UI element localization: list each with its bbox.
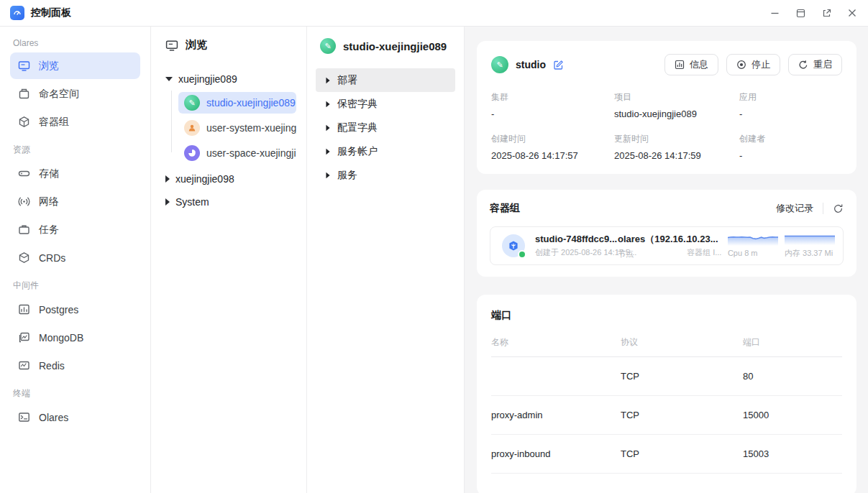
field-label: 项目 bbox=[614, 91, 739, 103]
pods-card: 容器组 修改记录 studio-748ffdcc9... 创建于 2025-08… bbox=[477, 190, 856, 277]
maximize-icon[interactable] bbox=[795, 7, 806, 19]
sidebar-item-label: CRDs bbox=[39, 252, 65, 264]
stop-button[interactable]: 停止 bbox=[726, 54, 780, 75]
port-name: proxy-inbound bbox=[491, 435, 621, 473]
port-name bbox=[491, 357, 621, 395]
restart-icon bbox=[798, 60, 808, 70]
tree-leaf-label: user-space-xuejingji... bbox=[206, 147, 296, 159]
jobs-icon bbox=[17, 224, 30, 236]
pod-ip: 10.23... bbox=[687, 234, 718, 244]
ports-card-title: 端口 bbox=[491, 309, 511, 322]
resource-item-label: 服务 bbox=[337, 169, 357, 182]
pod-name: studio-748ffdcc9... bbox=[535, 234, 608, 244]
studio-avatar: ✎ bbox=[491, 56, 508, 73]
chevron-right-icon bbox=[326, 124, 329, 131]
field-value: - bbox=[739, 109, 842, 119]
restart-button[interactable]: 重启 bbox=[788, 54, 842, 75]
browse-icon bbox=[165, 39, 178, 52]
pods-card-title: 容器组 bbox=[490, 202, 520, 215]
sidebar-item-redis[interactable]: Redis bbox=[10, 352, 140, 379]
user-space-avatar bbox=[184, 145, 200, 161]
field-creator: 创建者 - bbox=[739, 133, 842, 161]
studio-avatar: ✎ bbox=[320, 38, 336, 54]
browse-panel: 浏览 xuejingjie089 ✎ studio-xuejingjie089 … bbox=[151, 27, 307, 493]
sidebar-item-label: Postgres bbox=[39, 304, 78, 315]
sidebar-item-label: Olares bbox=[39, 412, 68, 423]
sidebar-item-namespace[interactable]: 命名空间 bbox=[10, 80, 140, 107]
tree-leaf-user-system[interactable]: user-system-xuejingj... bbox=[178, 117, 296, 139]
ports-table: 名称 协议 端口 TCP 80 proxy-admin TCP 15000 pr… bbox=[491, 332, 842, 474]
resource-item-configmaps[interactable]: 配置字典 bbox=[316, 116, 455, 139]
sidebar-item-mongodb[interactable]: MongoDB bbox=[10, 324, 140, 351]
edit-icon[interactable] bbox=[553, 60, 564, 70]
pod-node: olares（192.16... bbox=[618, 233, 677, 246]
pod-row[interactable]: studio-748ffdcc9... 创建于 2025-08-26 14:17… bbox=[490, 226, 844, 265]
restart-button-label: 重启 bbox=[813, 58, 832, 71]
user-system-avatar bbox=[184, 120, 200, 136]
resource-item-label: 保密字典 bbox=[337, 98, 378, 111]
pod-cpu-label: Cpu 8 m bbox=[728, 249, 775, 257]
tree-node-xuejingjie089[interactable]: xuejingjie089 bbox=[161, 68, 296, 91]
open-in-new-icon[interactable] bbox=[821, 7, 832, 19]
tree-leaf-studio[interactable]: ✎ studio-xuejingjie089 bbox=[178, 92, 296, 114]
resource-panel-title: studio-xuejingjie089 bbox=[343, 40, 447, 52]
field-label: 应用 bbox=[739, 91, 842, 103]
field-value: studio-xuejingjie089 bbox=[614, 109, 739, 119]
field-cluster: 集群 - bbox=[491, 91, 614, 119]
app-title: 控制面板 bbox=[31, 6, 71, 19]
crd-icon bbox=[17, 252, 30, 264]
field-app: 应用 - bbox=[739, 91, 842, 119]
app-logo-icon bbox=[10, 6, 24, 20]
resource-item-label: 服务帐户 bbox=[337, 145, 378, 158]
resource-item-secrets[interactable]: 保密字典 bbox=[316, 92, 455, 116]
table-row: TCP 80 bbox=[491, 357, 842, 396]
tree-leaf-user-space[interactable]: user-space-xuejingji... bbox=[178, 142, 296, 164]
field-value: 2025-08-26 14:17:59 bbox=[614, 150, 739, 161]
refresh-icon[interactable] bbox=[833, 203, 844, 214]
port-name: proxy-admin bbox=[491, 396, 621, 434]
memory-sparkline-chart bbox=[785, 234, 835, 245]
deployment-info-card: ✎ studio 信息 停止 重启 bbox=[477, 41, 856, 174]
minimize-icon[interactable] bbox=[769, 7, 780, 19]
resource-item-serviceaccounts[interactable]: 服务帐户 bbox=[316, 139, 455, 163]
tree-node-label: System bbox=[175, 196, 209, 208]
main-content: ✎ studio 信息 停止 重启 bbox=[465, 27, 868, 493]
sidebar-item-storage[interactable]: 存储 bbox=[10, 160, 140, 187]
chevron-right-icon bbox=[326, 172, 329, 178]
column-header-port: 端口 bbox=[743, 332, 842, 356]
ports-table-header: 名称 协议 端口 bbox=[491, 332, 842, 357]
ports-card: 端口 名称 协议 端口 TCP 80 proxy-admin TCP 15000 bbox=[477, 295, 856, 493]
sidebar-item-label: 浏览 bbox=[39, 60, 59, 73]
sidebar-item-pods[interactable]: 容器组 bbox=[10, 109, 140, 135]
resource-panel-header: ✎ studio-xuejingjie089 bbox=[316, 35, 455, 55]
sidebar-item-crds[interactable]: CRDs bbox=[10, 244, 140, 271]
chevron-right-icon bbox=[326, 148, 329, 155]
tree-node-system[interactable]: System bbox=[161, 190, 296, 213]
resource-item-services[interactable]: 服务 bbox=[316, 163, 455, 187]
sidebar-item-label: Redis bbox=[39, 360, 65, 372]
sidebar-item-jobs[interactable]: 任务 bbox=[10, 216, 140, 243]
port-number: 80 bbox=[743, 357, 842, 395]
sidebar-section-terminal: 终端 bbox=[13, 387, 137, 400]
resource-panel: ✎ studio-xuejingjie089 部署 保密字典 配置字典 服务帐户 bbox=[307, 27, 465, 493]
pod-status-dot bbox=[518, 250, 526, 259]
close-icon[interactable] bbox=[846, 7, 858, 19]
sidebar-item-label: 任务 bbox=[39, 224, 59, 236]
sidebar-item-browse[interactable]: 浏览 bbox=[10, 52, 140, 79]
sidebar-item-olares-terminal[interactable]: Olares bbox=[10, 404, 140, 430]
sidebar-item-postgres[interactable]: Postgres bbox=[10, 296, 140, 323]
revision-history-link[interactable]: 修改记录 bbox=[776, 202, 813, 215]
chevron-down-icon bbox=[165, 77, 173, 81]
sidebar-item-label: 存储 bbox=[39, 167, 59, 180]
resource-item-deployments[interactable]: 部署 bbox=[316, 68, 455, 92]
chevron-right-icon bbox=[326, 77, 329, 83]
tree-node-xuejingjie098[interactable]: xuejingjie098 bbox=[161, 167, 296, 190]
sidebar-item-network[interactable]: 网络 bbox=[10, 188, 140, 215]
sidebar-section-resources: 资源 bbox=[13, 144, 137, 156]
field-label: 创建时间 bbox=[491, 133, 614, 145]
info-button[interactable]: 信息 bbox=[664, 54, 718, 75]
sidebar-item-label: 容器组 bbox=[39, 116, 69, 129]
sidebar-item-label: 命名空间 bbox=[39, 88, 79, 101]
pod-node-col: olares（192.16... 节点 bbox=[618, 233, 677, 259]
namespace-tree: xuejingjie089 ✎ studio-xuejingjie089 use… bbox=[161, 68, 296, 213]
